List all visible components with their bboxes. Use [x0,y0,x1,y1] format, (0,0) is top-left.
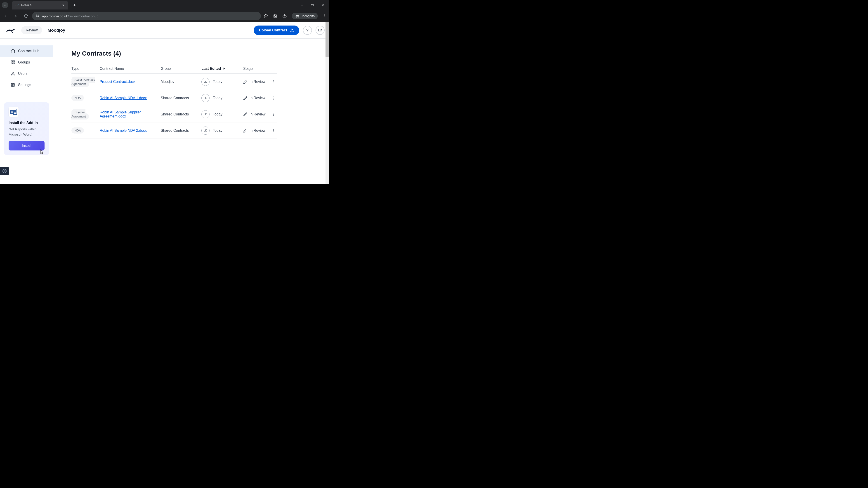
edited-when: Today [213,96,222,100]
browser-tab[interactable]: Robin AI [12,1,68,9]
tab-bar: Robin AI [0,0,329,10]
svg-rect-6 [311,4,313,6]
maximize-button[interactable] [310,3,314,7]
forward-button[interactable] [12,12,20,20]
addin-title: Install the Add-in [8,121,44,125]
support-button[interactable] [0,167,9,175]
svg-point-27 [12,85,13,86]
bookmark-button[interactable] [264,13,268,19]
column-type[interactable]: Type [71,67,100,71]
svg-point-40 [273,115,274,116]
editor-avatar: LD [202,94,210,102]
editor-avatar: LD [202,110,210,119]
svg-rect-10 [38,15,39,15]
browser-menu-button[interactable] [323,13,327,19]
tab-favicon [15,3,19,7]
svg-point-15 [296,16,297,18]
svg-point-30 [273,80,274,81]
tab-title: Robin AI [21,3,59,7]
svg-line-47 [3,170,4,170]
svg-point-32 [273,83,274,83]
svg-rect-9 [36,15,37,15]
svg-line-49 [5,170,6,170]
row-menu-button[interactable] [269,80,277,84]
contract-link[interactable]: Robin AI Sample NDA 2.docx [100,129,147,132]
table-row: NDA Robin AI Sample NDA 1.docx Shared Co… [71,90,277,106]
column-name[interactable]: Contract Name [100,67,161,71]
sidebar-item-settings[interactable]: Settings [0,79,53,91]
scrollbar[interactable] [326,22,329,184]
robin-logo[interactable] [4,27,16,34]
contract-link[interactable]: Robin AI Sample Supplier Agreement.docx [100,110,141,118]
help-button[interactable]: ? [303,26,312,35]
type-badge: NDA [71,95,84,101]
user-avatar[interactable]: LD [315,26,324,35]
extensions-button[interactable] [273,13,277,19]
svg-point-16 [298,16,299,18]
svg-point-20 [324,17,325,17]
svg-point-31 [273,81,274,82]
stage-text: In Review [250,96,266,100]
svg-point-38 [273,113,274,113]
page-title: My Contracts (4) [71,50,311,57]
column-stage[interactable]: Stage [243,67,269,71]
svg-rect-12 [38,16,39,17]
stage-text: In Review [250,129,266,133]
sidebar-item-groups[interactable]: Groups [0,57,53,68]
url-bar[interactable]: app.robinai.co.uk/review/contract-hub [32,12,261,20]
svg-point-42 [273,129,274,130]
incognito-badge[interactable]: Incognito [292,13,318,19]
group-text: Shared Contracts [161,96,189,100]
org-name: Moodjoy [48,28,65,33]
tab-search-button[interactable] [2,2,8,8]
svg-point-18 [324,14,325,15]
edit-icon [243,96,247,100]
minimize-button[interactable] [300,3,304,7]
svg-line-50 [3,171,4,172]
row-menu-button[interactable] [269,129,277,133]
svg-point-26 [12,72,14,74]
stage-text: In Review [250,112,266,116]
close-window-button[interactable] [320,3,324,7]
downloads-button[interactable] [282,13,287,19]
main-content: My Contracts (4) Type Contract Name Grou… [53,39,329,184]
sidebar-item-contract-hub[interactable]: Contract Hub [0,45,53,57]
svg-point-46 [4,170,5,172]
contract-link[interactable]: Robin AI Sample NDA 1.docx [100,96,147,100]
reload-button[interactable] [22,12,29,20]
new-tab-button[interactable] [71,2,78,8]
editor-avatar: LD [202,127,210,135]
addin-promo-card: W Install the Add-in Get Reports within … [4,102,49,155]
table-row: Supplier Agreement Robin AI Sample Suppl… [71,106,277,123]
app-header: Review Moodjoy Upload Contract ? LD [0,22,329,39]
contract-link[interactable]: Product Contract.docx [100,80,135,84]
svg-point-39 [273,114,274,115]
sidebar: Contract Hub Groups Users Settings W [0,39,53,184]
sidebar-item-users[interactable]: Users [0,68,53,79]
upload-contract-button[interactable]: Upload Contract [254,26,299,35]
word-icon: W [8,107,19,117]
tab-close-button[interactable] [61,3,65,7]
row-menu-button[interactable] [269,112,277,116]
row-menu-button[interactable] [269,96,277,100]
group-text: Shared Contracts [161,112,189,116]
review-button[interactable]: Review [21,26,42,34]
edit-icon [243,129,247,133]
edit-icon [243,80,247,84]
edited-when: Today [213,80,222,84]
scrollbar-thumb[interactable] [326,22,329,57]
svg-point-43 [273,130,274,131]
column-group[interactable]: Group [161,67,202,71]
back-button[interactable] [2,12,9,20]
edit-icon [243,112,247,116]
install-button[interactable]: Install [8,141,44,151]
column-last-edited[interactable]: Last Edited [202,67,243,71]
gear-icon [10,83,16,88]
url-text: app.robinai.co.uk/review/contract-hub [42,14,258,18]
type-badge: NDA [71,127,84,133]
svg-rect-11 [36,16,37,17]
sort-asc-icon [222,67,225,70]
group-text: Moodjoy [161,80,174,84]
site-settings-icon[interactable] [35,14,39,19]
svg-rect-24 [13,63,15,64]
